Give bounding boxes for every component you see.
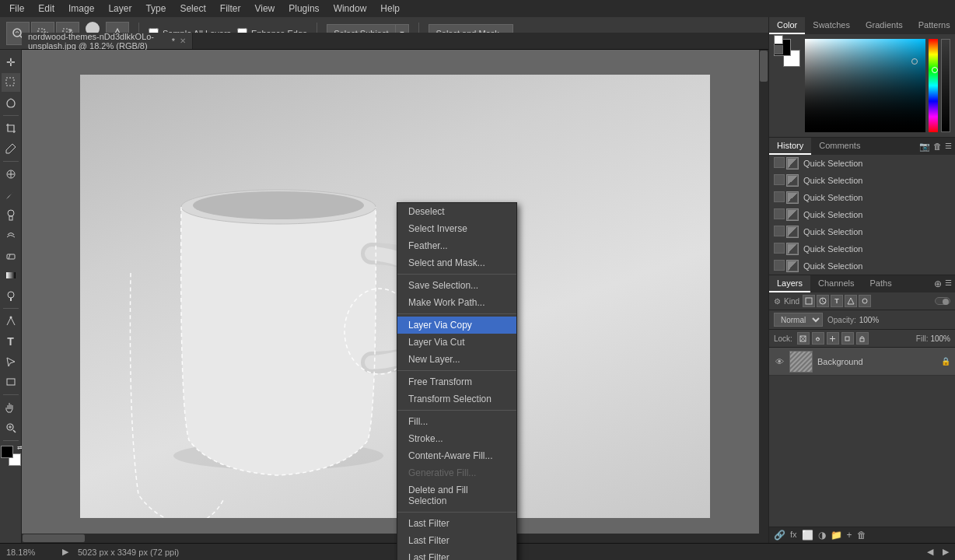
pen-tool[interactable] xyxy=(2,312,20,331)
menu-edit[interactable]: Edit xyxy=(32,2,61,16)
delete-layer-icon[interactable]: 🗑 xyxy=(857,530,866,541)
healing-tool[interactable] xyxy=(2,165,20,184)
history-item-7[interactable]: Quick Selection xyxy=(769,257,955,275)
ctx-deselect[interactable]: Deselect xyxy=(397,203,516,220)
tab-color[interactable]: Color xyxy=(769,17,805,34)
menu-filter[interactable]: Filter xyxy=(214,2,247,16)
layer-background[interactable]: 👁 Background 🔒 xyxy=(769,348,955,376)
history-item-2[interactable]: Quick Selection xyxy=(769,172,955,189)
ctx-stroke[interactable]: Stroke... xyxy=(397,430,516,447)
hand-tool[interactable] xyxy=(2,398,20,417)
gradient-tool[interactable] xyxy=(2,266,20,285)
history-item-4[interactable]: Quick Selection xyxy=(769,206,955,223)
vscroll-thumb[interactable] xyxy=(760,51,768,82)
opacity-value[interactable]: 100% xyxy=(859,316,880,324)
move-tool[interactable]: ✛ xyxy=(2,53,20,72)
filter-pixel-btn[interactable] xyxy=(803,295,815,307)
history-brush-tool[interactable] xyxy=(2,226,20,244)
lock-all-btn[interactable] xyxy=(856,332,869,345)
menu-help[interactable]: Help xyxy=(374,2,406,16)
ctx-select-inverse[interactable]: Select Inverse xyxy=(397,220,516,237)
add-mask-icon[interactable]: ⬜ xyxy=(802,530,813,541)
menu-layer[interactable]: Layer xyxy=(102,2,138,16)
brush-tool[interactable] xyxy=(2,185,20,204)
adjustment-icon[interactable]: ◑ xyxy=(818,530,826,541)
menu-file[interactable]: File xyxy=(3,2,30,16)
ctx-save-selection[interactable]: Save Selection... xyxy=(397,277,516,294)
zoom-tool[interactable] xyxy=(2,418,20,437)
eyedropper-tool[interactable] xyxy=(2,139,20,158)
menu-select[interactable]: Select xyxy=(173,2,212,16)
add-link-icon[interactable]: 🔗 xyxy=(774,530,785,541)
selection-tool[interactable] xyxy=(2,73,20,92)
path-selection-tool[interactable] xyxy=(2,352,20,371)
tab-channels[interactable]: Channels xyxy=(810,275,862,292)
color-spectrum-bar[interactable] xyxy=(929,39,938,132)
layer-eye-icon[interactable]: 👁 xyxy=(774,356,785,367)
hscroll-thumb[interactable] xyxy=(23,534,85,542)
history-item-1[interactable]: Quick Selection xyxy=(769,155,955,172)
lock-pixels-btn[interactable] xyxy=(812,332,824,345)
ctx-select-and-mask[interactable]: Select and Mask... xyxy=(397,254,516,271)
status-arrow[interactable]: ▶ xyxy=(62,547,68,557)
layers-panel-menu[interactable]: ☰ xyxy=(945,278,952,289)
folder-icon[interactable]: 📁 xyxy=(831,530,842,541)
ctx-make-work-path[interactable]: Make Work Path... xyxy=(397,294,516,311)
eraser-tool[interactable] xyxy=(2,246,20,264)
lock-transparent-btn[interactable] xyxy=(797,332,810,345)
tab-gradients[interactable]: Gradients xyxy=(858,17,911,34)
canvas-horizontal-scrollbar[interactable] xyxy=(22,534,759,543)
ctx-layer-via-cut[interactable]: Layer Via Cut xyxy=(397,334,516,351)
menu-window[interactable]: Window xyxy=(327,2,373,16)
menu-view[interactable]: View xyxy=(248,2,281,16)
ctx-last-filter-2[interactable]: Last Filter xyxy=(397,532,516,549)
filter-smart-btn[interactable] xyxy=(859,295,871,307)
history-delete-icon[interactable]: 🗑 xyxy=(933,142,942,152)
tab-swatches[interactable]: Swatches xyxy=(805,17,858,34)
canvas-area[interactable] xyxy=(22,50,768,543)
tab-comments[interactable]: Comments xyxy=(811,138,868,155)
lock-artboards-btn[interactable] xyxy=(841,332,854,345)
ctx-layer-via-copy[interactable]: Layer Via Copy xyxy=(397,317,516,334)
ctx-delete-fill[interactable]: Delete and Fill Selection xyxy=(397,481,516,509)
ctx-fill[interactable]: Fill... xyxy=(397,413,516,430)
foreground-color-swatch[interactable] xyxy=(1,446,13,458)
crop-tool[interactable] xyxy=(2,119,20,138)
canvas-image[interactable] xyxy=(80,75,710,518)
color-gradient-picker[interactable] xyxy=(805,39,925,132)
history-item-3[interactable]: Quick Selection xyxy=(769,189,955,206)
color-alpha-bar[interactable] xyxy=(941,39,950,132)
fill-value[interactable]: 100% xyxy=(930,334,950,343)
filter-shape-btn[interactable] xyxy=(845,295,857,307)
status-nav-left[interactable]: ◀ xyxy=(927,547,933,557)
clone-stamp-tool[interactable] xyxy=(2,205,20,224)
tab-close-btn[interactable]: ✕ xyxy=(180,37,186,45)
ctx-content-aware-fill[interactable]: Content-Aware Fill... xyxy=(397,447,516,464)
blend-mode-select[interactable]: Normal xyxy=(774,313,823,327)
color-picker-pair[interactable]: ⇄ xyxy=(1,446,21,466)
ctx-last-filter-3[interactable]: Last Filter xyxy=(397,549,516,560)
text-tool[interactable]: T xyxy=(2,332,20,351)
layer-fx-icon[interactable]: fx xyxy=(790,530,797,541)
menu-plugins[interactable]: Plugins xyxy=(282,2,325,16)
history-item-5[interactable]: Quick Selection xyxy=(769,223,955,240)
menu-image[interactable]: Image xyxy=(62,2,100,16)
menu-type[interactable]: Type xyxy=(139,2,172,16)
lasso-tool[interactable] xyxy=(2,93,20,112)
tab-patterns[interactable]: Patterns xyxy=(911,17,955,34)
add-layer-icon[interactable]: + xyxy=(847,530,852,541)
tab-history[interactable]: History xyxy=(769,138,811,155)
tab-layers[interactable]: Layers xyxy=(769,275,810,292)
ctx-last-filter-1[interactable]: Last Filter xyxy=(397,515,516,532)
canvas-vertical-scrollbar[interactable] xyxy=(759,50,768,543)
history-panel-menu-icon[interactable]: ☰ xyxy=(945,142,952,152)
filter-toggle-switch[interactable] xyxy=(935,297,950,305)
document-tab[interactable]: nordwood-themes-nDd3dlkkOLo-unsplash.jpg… xyxy=(22,33,193,49)
filter-adjustment-btn[interactable] xyxy=(817,295,829,307)
dodge-tool[interactable] xyxy=(2,286,20,305)
filter-type-btn[interactable]: T xyxy=(831,295,843,307)
shape-tool[interactable] xyxy=(2,373,20,391)
history-new-snapshot-icon[interactable]: 📷 xyxy=(919,142,930,152)
layers-add-icon[interactable]: ⊕ xyxy=(934,278,942,289)
lock-position-btn[interactable] xyxy=(827,332,839,345)
